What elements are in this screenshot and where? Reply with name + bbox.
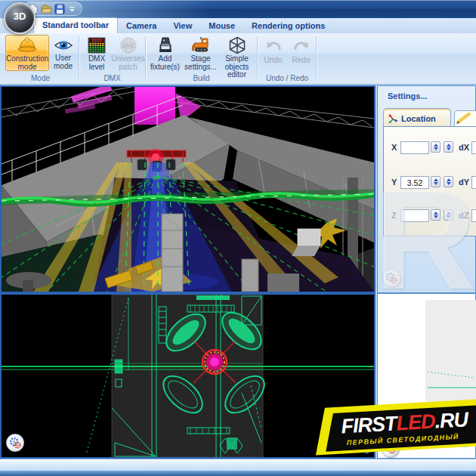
gears-icon [385, 271, 398, 285]
z-label: Z [391, 211, 397, 220]
dy-input[interactable] [471, 176, 476, 189]
simple-objects-editor-button[interactable]: Simple objects editor [218, 35, 255, 71]
redo-button[interactable]: Redo [288, 35, 314, 71]
group-label-undo-redo: Undo / Redo [258, 74, 316, 82]
tab-view[interactable]: View [165, 19, 200, 33]
save-diskette-icon [54, 4, 65, 14]
gears-icon [8, 436, 22, 450]
group-separator [257, 36, 258, 79]
group-separator [79, 36, 79, 79]
tab-location-label: Location [401, 114, 436, 123]
plan-label-blob [196, 295, 230, 300]
add-fixture-label: Add fixture(s) [149, 55, 181, 71]
construction-mode-button[interactable]: Construction mode [5, 35, 49, 71]
dy-label: dY [459, 178, 469, 187]
svg-text:DMX: DMX [122, 43, 134, 48]
save-button[interactable] [54, 3, 65, 15]
location-groupbox: X dX Y dY Z dZ [383, 126, 476, 236]
group-label-build: Build [147, 74, 256, 82]
stage-3d-scene [2, 87, 374, 292]
z-coordinate-row: Z dZ [384, 209, 476, 222]
dx-label: dX [459, 143, 469, 152]
tab-rotation[interactable] [454, 110, 476, 127]
z-spinner[interactable] [431, 209, 440, 221]
undo-button[interactable]: Undo [260, 35, 286, 71]
ribbon: Construction mode User mode Mode [0, 33, 476, 85]
tab-rendering-options[interactable]: Rendering options [243, 19, 333, 33]
chevron-down-icon [69, 5, 76, 13]
x-spinner[interactable] [431, 141, 440, 153]
group-separator [316, 36, 317, 79]
qat-customize-button[interactable] [67, 3, 77, 15]
x-input[interactable] [400, 141, 429, 154]
viewport-3d-perspective[interactable] [0, 85, 376, 293]
redo-arrow-icon [292, 36, 311, 56]
status-bar [0, 459, 476, 471]
y-input[interactable] [400, 176, 429, 189]
group-label-mode: Mode [3, 74, 78, 82]
x-fine-spinner[interactable] [444, 141, 453, 153]
dmx-globe-icon: DMX [119, 36, 138, 54]
wireframe-cube-icon [228, 36, 246, 54]
z-fine-spinner[interactable] [444, 209, 453, 221]
x-label: X [391, 143, 397, 152]
dmx-level-button[interactable]: DMX level [82, 35, 112, 71]
x-coordinate-row: X dX [384, 141, 476, 154]
title-bar [0, 0, 476, 18]
window-bottom-edge [0, 471, 476, 476]
panel-settings-gear-button[interactable] [382, 269, 400, 287]
z-input[interactable] [400, 209, 429, 222]
construction-mode-label: Construction mode [6, 55, 48, 71]
user-mode-button[interactable]: User mode [50, 35, 76, 71]
tab-location[interactable]: Location [383, 108, 451, 127]
user-mode-label: User mode [51, 54, 76, 70]
dx-input[interactable] [471, 141, 476, 154]
dz-input[interactable] [471, 209, 476, 222]
dmx-level-label: DMX level [82, 55, 111, 71]
ribbon-tab-row: Standard toolbar Camera View Mouse Rende… [0, 18, 476, 33]
plan-detail-blob [227, 437, 237, 450]
eye-icon [54, 36, 73, 54]
group-label-dmx: DMX [80, 74, 144, 82]
dmx-meter-icon [88, 36, 106, 54]
y-spinner[interactable] [431, 176, 440, 187]
stage-settings-label: Stage settings... [184, 55, 217, 71]
ribbon-group-undo-redo: Undo Redo Undo / Redo [258, 34, 316, 82]
ribbon-group-dmx: DMX level DMX Universes patch DMX [80, 34, 144, 82]
stage-settings-button[interactable]: Stage settings... [184, 35, 218, 71]
hard-hat-icon [17, 36, 37, 54]
y-fine-spinner[interactable] [444, 176, 453, 187]
undo-arrow-icon [264, 36, 283, 56]
settings-panel: Settings... Location X [377, 85, 476, 293]
dz-label: dZ [459, 211, 468, 220]
open-folder-icon [41, 4, 52, 14]
ribbon-group-mode: Construction mode User mode Mode [3, 34, 78, 82]
universes-patch-button[interactable]: DMX Universes patch [113, 35, 144, 71]
y-label: Y [391, 178, 397, 187]
settings-panel-title: Settings... [388, 91, 428, 100]
stage-plan-wireframe [2, 295, 374, 457]
redo-label: Redo [292, 57, 311, 65]
add-fixture-button[interactable]: Add fixture(s) [148, 35, 182, 71]
tab-standard-toolbar[interactable]: Standard toolbar [33, 17, 118, 33]
y-coordinate-row: Y dY [384, 176, 476, 189]
axes-icon [388, 113, 398, 124]
tab-camera[interactable]: Camera [118, 19, 165, 33]
viewport-settings-gear-button[interactable] [6, 434, 24, 452]
undo-label: Undo [264, 57, 283, 65]
open-file-button[interactable] [41, 3, 52, 15]
pencil-icon [455, 111, 474, 125]
universes-patch-label: Universes patch [111, 55, 144, 71]
ribbon-group-build: Add fixture(s) Stage settings... [147, 34, 256, 82]
group-separator [145, 36, 146, 79]
application-button[interactable]: 3D [4, 2, 36, 34]
tab-mouse[interactable]: Mouse [200, 19, 243, 33]
stage-fixture-icon [156, 36, 175, 54]
firstled-logo: FIRSTLED.RU ПЕРВЫЙ СВЕТОДИОДНЫЙ [319, 399, 476, 461]
bulldozer-icon [191, 36, 211, 54]
